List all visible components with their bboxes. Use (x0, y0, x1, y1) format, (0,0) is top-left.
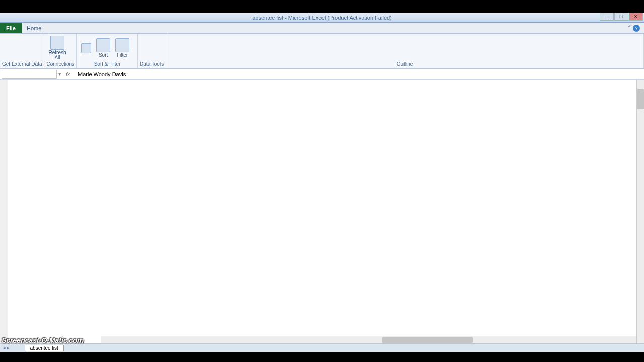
ribbon: Get External Data RefreshAll Connections… (0, 34, 644, 69)
close-button[interactable]: ✕ (629, 13, 643, 21)
sort-az-button[interactable] (79, 42, 93, 54)
vertical-scrollbar[interactable] (636, 80, 644, 343)
group-sort-filter: Sort Filter Sort & Filter (77, 34, 138, 68)
minimize-ribbon-icon[interactable]: ˄ (628, 25, 631, 31)
maximize-button[interactable]: ☐ (614, 13, 628, 21)
minimize-button[interactable]: ─ (600, 13, 614, 21)
formula-input[interactable]: Marie Woody Davis (76, 71, 644, 77)
horizontal-scrollbar[interactable] (101, 336, 636, 343)
watermark: Screencast-O-Matic.com (2, 336, 84, 344)
group-outline: Outline (166, 34, 644, 68)
group-data-tools: Data Tools (138, 34, 166, 68)
refresh-all-button[interactable]: RefreshAll (46, 35, 68, 61)
sort-button[interactable]: Sort (94, 37, 112, 59)
menu-bar: File Home ˄ ? (0, 23, 644, 34)
menu-tab-home[interactable]: Home (22, 23, 46, 33)
group-get-external-data: Get External Data (0, 34, 44, 68)
group-connections: RefreshAll Connections (44, 34, 77, 68)
dropdown-icon[interactable]: ▾ (57, 71, 63, 77)
title-bar: absentee list - Microsoft Excel (Product… (0, 13, 644, 23)
status-bar: ◂ ▸ absentee list (0, 343, 644, 352)
fx-icon[interactable]: fx (66, 71, 73, 77)
window-title: absentee list - Microsoft Excel (Product… (252, 15, 392, 21)
spreadsheet-grid (0, 80, 644, 343)
file-tab[interactable]: File (0, 23, 22, 33)
sheet-tab[interactable]: absentee list (25, 345, 64, 351)
formula-bar: ▾ fx Marie Woody Davis (0, 69, 644, 80)
help-icon[interactable]: ? (633, 25, 640, 32)
name-box[interactable] (2, 70, 57, 79)
filter-button[interactable]: Filter (113, 37, 131, 59)
